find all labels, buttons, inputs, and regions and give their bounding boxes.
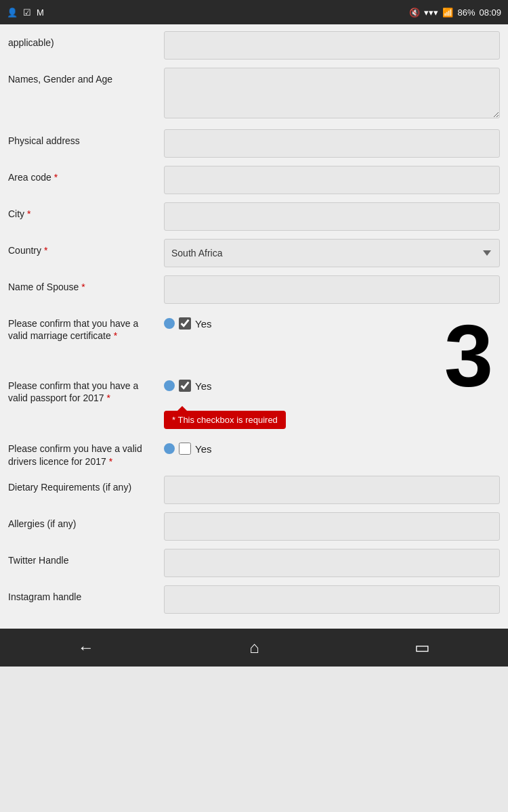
applicable-row: applicable) xyxy=(8,31,500,60)
back-button[interactable]: ← xyxy=(64,633,108,662)
marriage-certificate-field: Yes xyxy=(164,312,500,330)
applicable-label: applicable) xyxy=(8,31,164,49)
applicable-input[interactable] xyxy=(164,31,500,60)
instagram-handle-input[interactable] xyxy=(164,585,500,614)
marriage-radio-dot xyxy=(164,318,175,329)
drivers-required: * xyxy=(109,456,112,467)
drivers-checkbox[interactable] xyxy=(179,443,191,455)
instagram-handle-field xyxy=(164,585,500,614)
passport-checkbox[interactable] xyxy=(179,380,191,392)
city-required: * xyxy=(27,208,30,219)
physical-address-row: Physical address xyxy=(8,129,500,158)
passport-required: * xyxy=(107,392,110,403)
dietary-requirements-row: Dietary Requirements (if any) xyxy=(8,476,500,504)
marriage-certificate-row: Please confirm that you have a valid mar… xyxy=(8,312,500,366)
allergies-field xyxy=(164,512,500,541)
area-code-row: Area code * xyxy=(8,166,500,194)
drivers-licence-field: Yes xyxy=(164,437,500,455)
battery-text: 86% xyxy=(457,7,475,18)
physical-address-field xyxy=(164,129,500,158)
names-gender-age-label: Names, Gender and Age xyxy=(8,68,164,85)
passport-error-tooltip: * This checkbox is required xyxy=(164,411,286,429)
country-field: South Africa United States United Kingdo… xyxy=(164,239,500,267)
instagram-handle-label: Instagram handle xyxy=(8,585,164,603)
recent-apps-button[interactable]: ▭ xyxy=(401,633,444,662)
names-gender-age-field xyxy=(164,68,500,121)
dietary-requirements-field xyxy=(164,476,500,504)
instagram-handle-row: Instagram handle xyxy=(8,585,500,614)
name-of-spouse-label: Name of Spouse * xyxy=(8,275,164,293)
name-of-spouse-input[interactable] xyxy=(164,275,500,304)
twitter-handle-field xyxy=(164,549,500,577)
area-code-required: * xyxy=(54,172,58,183)
status-bar: 👤 ☑ M 🔇 ▾▾▾ 📶 86% 08:09 xyxy=(0,0,508,24)
name-of-spouse-row: Name of Spouse * xyxy=(8,275,500,304)
name-of-spouse-field xyxy=(164,275,500,304)
passport-label: Please confirm that you have a valid pas… xyxy=(8,374,164,404)
city-label: City * xyxy=(8,202,164,220)
twitter-handle-label: Twitter Handle xyxy=(8,549,164,566)
passport-row: Please confirm that you have a valid pas… xyxy=(8,374,500,429)
dietary-requirements-input[interactable] xyxy=(164,476,500,504)
home-button[interactable]: ⌂ xyxy=(236,633,273,662)
area-code-field xyxy=(164,166,500,194)
area-code-label: Area code * xyxy=(8,166,164,183)
names-gender-age-input[interactable] xyxy=(164,68,500,118)
navigation-bar: ← ⌂ ▭ xyxy=(0,629,508,667)
drivers-yes-label: Yes xyxy=(195,443,211,455)
drivers-checkbox-group: Yes xyxy=(164,437,500,455)
city-row: City * xyxy=(8,202,500,231)
spouse-required: * xyxy=(81,281,85,292)
applicable-field xyxy=(164,31,500,60)
person-icon: 👤 xyxy=(7,7,18,18)
drivers-licence-label: Please confirm you have a valid drivers … xyxy=(8,437,164,467)
mute-icon: 🔇 xyxy=(409,7,420,18)
passport-radio-dot xyxy=(164,380,175,391)
signal-icon: 📶 xyxy=(442,7,453,18)
drivers-licence-row: Please confirm you have a valid drivers … xyxy=(8,437,500,467)
marriage-yes-label: Yes xyxy=(195,318,211,330)
names-gender-age-row: Names, Gender and Age xyxy=(8,68,500,121)
status-left-icons: 👤 ☑ M xyxy=(7,7,44,18)
passport-field: Yes xyxy=(164,374,500,392)
physical-address-input[interactable] xyxy=(164,129,500,158)
city-input[interactable] xyxy=(164,202,500,231)
physical-address-label: Physical address xyxy=(8,129,164,147)
passport-checkbox-group: Yes xyxy=(164,374,500,392)
twitter-handle-input[interactable] xyxy=(164,549,500,577)
country-required: * xyxy=(44,245,47,256)
allergies-input[interactable] xyxy=(164,512,500,541)
area-code-input[interactable] xyxy=(164,166,500,194)
gmail-icon: M xyxy=(37,7,44,18)
marriage-checkbox-group: Yes xyxy=(164,312,500,330)
checkbox-icon: ☑ xyxy=(23,7,31,18)
marriage-required: * xyxy=(114,330,117,341)
drivers-radio-dot xyxy=(164,443,175,454)
status-right-info: 🔇 ▾▾▾ 📶 86% 08:09 xyxy=(409,7,501,18)
time-display: 08:09 xyxy=(479,7,501,18)
twitter-handle-row: Twitter Handle xyxy=(8,549,500,577)
country-label: Country * xyxy=(8,239,164,256)
passport-yes-label: Yes xyxy=(195,380,211,392)
marriage-certificate-label: Please confirm that you have a valid mar… xyxy=(8,312,164,342)
allergies-row: Allergies (if any) xyxy=(8,512,500,541)
country-select[interactable]: South Africa United States United Kingdo… xyxy=(164,239,500,267)
marriage-checkbox[interactable] xyxy=(179,317,191,330)
city-field xyxy=(164,202,500,231)
wifi-icon: ▾▾▾ xyxy=(424,7,438,18)
country-row: Country * South Africa United States Uni… xyxy=(8,239,500,267)
allergies-label: Allergies (if any) xyxy=(8,512,164,530)
dietary-requirements-label: Dietary Requirements (if any) xyxy=(8,476,164,493)
form-container: applicable) Names, Gender and Age Physic… xyxy=(0,24,508,629)
